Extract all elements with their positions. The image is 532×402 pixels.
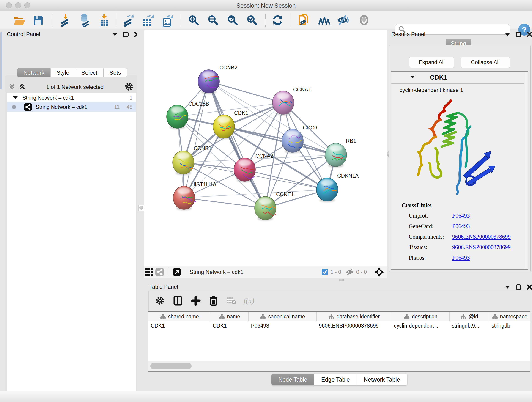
network-edge[interactable] xyxy=(209,81,283,103)
node-label-cdk1: CDK1 xyxy=(234,110,248,116)
table-row[interactable]: CDK1CDK1P064939606.ENSP00000378699cyclin… xyxy=(148,321,530,330)
tab-edge-table[interactable]: Edge Table xyxy=(314,374,357,385)
close-panel-icon[interactable] xyxy=(526,284,532,291)
gene-card-header[interactable]: CDK1 xyxy=(391,71,528,84)
save-session-icon[interactable] xyxy=(32,14,44,26)
import-network-icon[interactable] xyxy=(59,14,71,26)
network-label: String Network – cdk1 xyxy=(36,104,114,110)
selected-count-icon[interactable] xyxy=(322,269,328,275)
node-label-ccna2: CCNA2 xyxy=(255,153,273,159)
import-table-icon[interactable] xyxy=(98,14,110,26)
results-scrollbar[interactable] xyxy=(524,71,528,269)
zoom-out-icon[interactable] xyxy=(207,14,219,26)
crosslink-link[interactable]: 9606.ENSP00000378699 xyxy=(452,244,511,250)
add-column-icon[interactable] xyxy=(190,295,201,306)
gene-result-card: CDK1 cyclin-dependent kinase 1 xyxy=(391,71,528,269)
window-title: Session: New Session xyxy=(0,2,532,9)
panel-menu-icon[interactable] xyxy=(505,285,510,290)
table-options-gear-icon[interactable] xyxy=(154,295,166,306)
main-toolbar: ? xyxy=(0,11,532,29)
network-node-rb1[interactable]: RB1 xyxy=(325,138,356,167)
expand-all-button[interactable]: Expand All xyxy=(409,57,454,68)
network-options-gear-icon[interactable] xyxy=(124,82,134,92)
network-edge[interactable] xyxy=(184,81,209,198)
open-in-window-icon[interactable] xyxy=(172,266,182,278)
crosslink-link[interactable]: 9606.ENSP00000378699 xyxy=(452,234,511,240)
crosslinks-list: Uniprot:P06493GeneCard:P06493Compartment… xyxy=(409,211,528,263)
left-splitter[interactable] xyxy=(138,31,144,394)
export-network-icon[interactable] xyxy=(122,14,134,26)
hidden-count-icon xyxy=(346,269,354,275)
panel-menu-icon[interactable] xyxy=(505,32,510,37)
crosslink-link[interactable]: P06493 xyxy=(452,223,470,230)
crosslink-link[interactable]: P06493 xyxy=(452,255,470,261)
float-panel-icon[interactable] xyxy=(515,32,521,38)
network-node-ccne1[interactable]: CCNE1 xyxy=(254,191,294,221)
birds-eye-view-icon[interactable] xyxy=(154,266,165,278)
zoom-selected-icon[interactable] xyxy=(246,14,258,26)
first-neighbors-icon[interactable] xyxy=(318,14,330,26)
column-header-canonical-name[interactable]: canonical name xyxy=(249,312,317,321)
import-database-icon[interactable] xyxy=(79,14,91,26)
network-row[interactable]: String Network – cdk1 11 48 xyxy=(7,102,136,112)
network-node-ccnb2[interactable]: CCNB2 xyxy=(198,65,237,94)
show-columns-icon[interactable] xyxy=(172,295,184,306)
table-cell[interactable]: P06493 xyxy=(249,321,317,330)
network-edge[interactable] xyxy=(224,127,336,155)
network-graph[interactable]: CCNB2CCNA1CDC25BCDK1CDC6RB1CCNB1CCNA2CDK… xyxy=(144,31,387,266)
float-panel-icon[interactable] xyxy=(123,32,129,38)
grid-view-icon[interactable] xyxy=(144,266,154,278)
column-header-description[interactable]: description xyxy=(392,312,450,321)
network-node-cdkn1a[interactable]: CDKN1A xyxy=(317,173,359,202)
table-cell[interactable]: cyclin-dependent ... xyxy=(392,321,450,330)
tab-style[interactable]: Style xyxy=(51,68,76,77)
new-network-from-selection-icon[interactable] xyxy=(298,14,310,26)
hscroll-thumb[interactable] xyxy=(150,363,191,369)
column-header-namespace[interactable]: namespace xyxy=(489,312,530,321)
table-cell[interactable]: CDK1 xyxy=(210,321,249,330)
column-header--id[interactable]: @id xyxy=(450,312,489,321)
collapse-all-button[interactable]: Collapse All xyxy=(461,57,510,68)
column-header-name[interactable]: name xyxy=(210,312,249,321)
close-panel-icon[interactable] xyxy=(526,32,532,38)
export-image-icon[interactable] xyxy=(161,14,173,26)
toolbar-separator xyxy=(291,13,291,27)
table-cell[interactable]: stringdb xyxy=(489,321,530,330)
crosslink-label: GeneCard: xyxy=(409,223,452,230)
network-edge[interactable] xyxy=(209,81,265,208)
zoom-fit-icon[interactable] xyxy=(226,14,239,26)
splitter-handle[interactable] xyxy=(339,279,344,281)
network-collection-row[interactable]: String Network – cdk1 1 xyxy=(7,93,136,102)
collapse-all-networks-icon[interactable] xyxy=(9,83,16,91)
network-node-hist1h1a[interactable]: HIST1H1A xyxy=(173,182,216,211)
tab-network-table[interactable]: Network Table xyxy=(357,374,407,385)
refresh-view-icon[interactable] xyxy=(272,14,284,26)
crosslink-link[interactable]: P06493 xyxy=(452,212,470,219)
expand-all-networks-icon[interactable] xyxy=(19,83,26,91)
table-hscrollbar[interactable] xyxy=(148,361,530,370)
table-cell[interactable]: CDK1 xyxy=(148,321,210,330)
network-view-canvas[interactable]: CCNB2CCNA1CDC25BCDK1CDC6RB1CCNB1CCNA2CDK… xyxy=(144,31,387,266)
panel-menu-icon[interactable] xyxy=(112,32,118,37)
tab-select[interactable]: Select xyxy=(75,68,103,77)
column-header-database-identifier[interactable]: database identifier xyxy=(317,312,392,321)
table-cell[interactable]: stringdb:9... xyxy=(450,321,489,330)
delete-column-icon[interactable] xyxy=(208,295,219,306)
network-edge[interactable] xyxy=(184,198,265,208)
open-session-icon[interactable] xyxy=(13,14,26,26)
show-all-icon[interactable] xyxy=(358,14,370,26)
tab-network[interactable]: Network xyxy=(17,68,51,77)
crosslink-row: Tissues:9606.ENSP00000378699 xyxy=(409,242,528,253)
hide-selected-icon[interactable] xyxy=(337,14,349,26)
export-table-icon[interactable] xyxy=(142,14,154,26)
table-cell[interactable]: 9606.ENSP00000378699 xyxy=(317,321,392,330)
column-header-shared-name[interactable]: shared name xyxy=(148,312,210,321)
tab-node-table[interactable]: Node Table xyxy=(272,374,314,385)
collapse-section-icon[interactable] xyxy=(410,75,416,80)
float-panel-icon[interactable] xyxy=(515,284,521,291)
pan-mode-icon[interactable] xyxy=(374,267,384,277)
tab-sets[interactable]: Sets xyxy=(103,68,127,77)
zoom-in-icon[interactable] xyxy=(187,14,200,26)
network-node-cdk1[interactable]: CDK1 xyxy=(213,110,248,139)
tree-expand-icon[interactable] xyxy=(12,95,18,101)
